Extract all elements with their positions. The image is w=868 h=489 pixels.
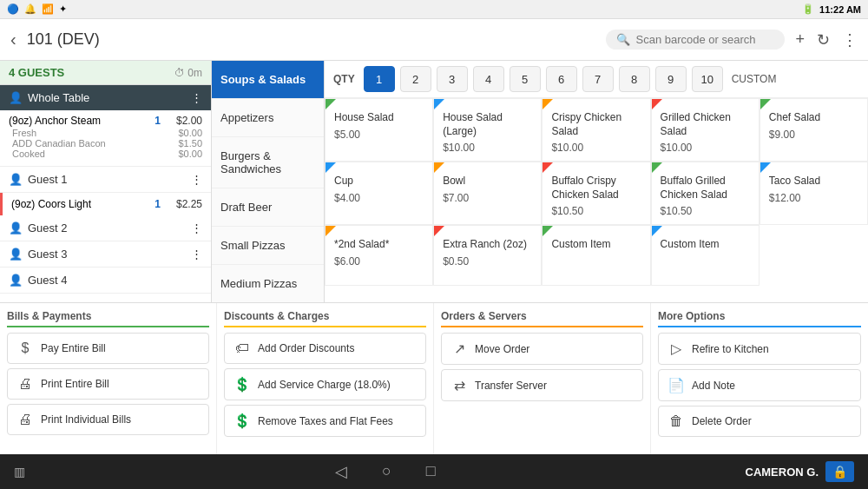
content-area: 4 GUESTS ⏱ 0m 👤 Whole Table ⋮ (9oz) Anch… — [0, 61, 868, 302]
item-taco-salad-price: $12.00 — [769, 192, 858, 204]
qty-btn-10[interactable]: 10 — [692, 66, 723, 92]
refire-icon: ▷ — [667, 340, 685, 357]
item-custom-2[interactable]: Custom Item — [651, 225, 760, 286]
qty-btn-3[interactable]: 3 — [437, 66, 468, 92]
guests-count: 4 GUESTS — [9, 66, 64, 79]
more-options-section: More Options ▷ Refire to Kitchen 📄 Add N… — [651, 303, 868, 454]
coors-item-row: (9oz) Coors Light 1 $2.25 — [11, 197, 202, 211]
category-soups-salads[interactable]: Soups & Salads — [212, 61, 324, 99]
guest-2-more[interactable]: ⋮ — [191, 221, 202, 235]
lock-icon[interactable]: 🔒 — [825, 461, 854, 482]
dollar-icon: $ — [16, 340, 34, 356]
qty-btn-7[interactable]: 7 — [582, 66, 614, 92]
notification-icon: 🔔 — [24, 3, 36, 15]
item-house-salad-large-price: $10.00 — [443, 142, 532, 154]
item-house-salad[interactable]: House Salad $5.00 — [325, 98, 433, 162]
guest-4-row[interactable]: 👤 Guest 4 — [0, 268, 211, 294]
add-service-charge-label: Add Service Charge (18.0%) — [258, 379, 391, 391]
qty-bar: QTY 1 2 3 4 5 6 7 8 9 10 CUSTOM — [325, 61, 868, 98]
guest-3-more[interactable]: ⋮ — [191, 248, 202, 261]
refresh-button[interactable]: ↻ — [817, 30, 830, 50]
item-chef-salad-price: $9.00 — [769, 129, 858, 141]
whole-table-label: Whole Table — [28, 91, 89, 104]
guest-2-left: 👤 Guest 2 — [9, 221, 68, 235]
guest-2-row[interactable]: 👤 Guest 2 ⋮ — [0, 215, 211, 241]
move-order-label: Move Order — [475, 343, 529, 355]
qty-btn-6[interactable]: 6 — [546, 66, 577, 92]
remove-taxes-button[interactable]: 💲 Remove Taxes and Flat Fees — [224, 405, 426, 437]
back-nav-icon[interactable]: ◁ — [335, 462, 347, 481]
qty-btn-9[interactable]: 9 — [655, 66, 687, 92]
item-bowl[interactable]: Bowl $7.00 — [433, 162, 542, 225]
print-entire-bill-button[interactable]: 🖨 Print Entire Bill — [7, 368, 209, 400]
item-cup[interactable]: Cup $4.00 — [325, 162, 433, 225]
guests-timer: ⏱ 0m — [174, 67, 202, 79]
search-input[interactable] — [635, 33, 774, 46]
recents-nav-icon[interactable]: □ — [426, 462, 436, 481]
back-button[interactable]: ‹ — [10, 30, 16, 50]
item-crispy-chicken-salad[interactable]: Crispy Chicken Salad $10.00 — [542, 98, 650, 162]
top-bar-icons: + ↻ ⋮ — [795, 30, 858, 50]
top-bar: ‹ 101 (DEV) 🔍 + ↻ ⋮ — [0, 19, 868, 61]
qty-custom-label: CUSTOM — [732, 73, 777, 85]
delete-order-button[interactable]: 🗑 Delete Order — [658, 406, 861, 437]
home-nav-icon[interactable]: ○ — [382, 462, 391, 481]
transfer-server-button[interactable]: ⇄ Transfer Server — [441, 369, 643, 401]
category-small-pizzas[interactable]: Small Pizzas — [212, 227, 324, 265]
qty-btn-1[interactable]: 1 — [364, 66, 395, 92]
battery-icon: 🔋 — [802, 3, 814, 15]
canadian-bacon-label: ADD Canadian Bacon — [12, 138, 106, 149]
whole-table-more-icon[interactable]: ⋮ — [191, 91, 202, 104]
whole-table-left: 👤 Whole Table — [9, 91, 89, 104]
discount-icon: 🏷 — [233, 340, 251, 356]
corner-red-3 — [434, 226, 444, 236]
barcode-icon: ▥ — [14, 465, 25, 479]
more-button[interactable]: ⋮ — [842, 30, 858, 50]
item-chef-salad[interactable]: Chef Salad $9.00 — [760, 98, 868, 162]
category-medium-pizzas[interactable]: Medium Pizzas — [212, 265, 324, 302]
cooked-row: Cooked $0.00 — [9, 149, 202, 159]
item-2nd-salad-price: $6.00 — [334, 255, 424, 268]
qty-btn-8[interactable]: 8 — [619, 66, 650, 92]
item-custom-1-name: Custom Item — [551, 238, 641, 252]
qty-btn-2[interactable]: 2 — [400, 66, 431, 92]
item-buffalo-grilled-chicken-salad[interactable]: Buffalo Grilled Chicken Salad $10.50 — [651, 162, 760, 225]
whole-table-row[interactable]: 👤 Whole Table ⋮ — [0, 85, 211, 110]
transfer-server-label: Transfer Server — [475, 380, 547, 392]
qty-btn-4[interactable]: 4 — [473, 66, 504, 92]
discounts-charges-title: Discounts & Charges — [224, 310, 426, 327]
qty-btn-5[interactable]: 5 — [510, 66, 541, 92]
remove-taxes-label: Remove Taxes and Flat Fees — [258, 415, 393, 427]
status-bar: 🔵 🔔 📶 ✦ 🔋 11:22 AM — [0, 0, 868, 19]
cooked-price: $0.00 — [178, 149, 202, 159]
move-order-button[interactable]: ↗ Move Order — [441, 333, 643, 365]
guest-1-row[interactable]: 👤 Guest 1 ⋮ — [0, 167, 211, 193]
add-note-label: Add Note — [692, 380, 735, 392]
item-2nd-salad[interactable]: *2nd Salad* $6.00 — [325, 225, 433, 286]
item-house-salad-large[interactable]: House Salad (Large) $10.00 — [433, 98, 542, 162]
add-note-button[interactable]: 📄 Add Note — [658, 369, 861, 401]
guest-1-more[interactable]: ⋮ — [191, 173, 202, 186]
item-buffalo-crispy-chicken-salad[interactable]: Buffalo Crispy Chicken Salad $10.50 — [542, 162, 650, 225]
category-appetizers[interactable]: Appetizers — [212, 99, 324, 137]
add-order-discounts-button[interactable]: 🏷 Add Order Discounts — [224, 333, 426, 364]
service-charge-icon: 💲 — [233, 376, 251, 393]
category-draft-beer[interactable]: Draft Beer — [212, 188, 324, 227]
item-custom-1[interactable]: Custom Item — [542, 225, 650, 286]
item-taco-salad[interactable]: Taco Salad $12.00 — [760, 162, 868, 225]
print-icon: 🖨 — [16, 376, 34, 392]
add-service-charge-button[interactable]: 💲 Add Service Charge (18.0%) — [224, 368, 426, 400]
corner-orange-2 — [434, 162, 444, 173]
add-button[interactable]: + — [795, 30, 805, 49]
item-chef-salad-name: Chef Salad — [769, 111, 858, 125]
item-extra-ranch[interactable]: Extra Ranch (2oz) $0.50 — [433, 225, 542, 286]
bills-payments-title: Bills & Payments — [7, 310, 209, 327]
pay-entire-bill-button[interactable]: $ Pay Entire Bill — [7, 333, 209, 364]
item-grilled-chicken-salad[interactable]: Grilled Chicken Salad $10.00 — [651, 98, 760, 162]
refire-kitchen-button[interactable]: ▷ Refire to Kitchen — [658, 333, 861, 365]
fresh-label: Fresh — [12, 128, 36, 138]
category-burgers-sandwiches[interactable]: Burgers & Sandwiches — [212, 137, 324, 188]
print-individual-bills-button[interactable]: 🖨 Print Individual Bills — [7, 404, 209, 435]
guest-3-row[interactable]: 👤 Guest 3 ⋮ — [0, 241, 211, 268]
search-bar[interactable]: 🔍 — [606, 30, 785, 50]
